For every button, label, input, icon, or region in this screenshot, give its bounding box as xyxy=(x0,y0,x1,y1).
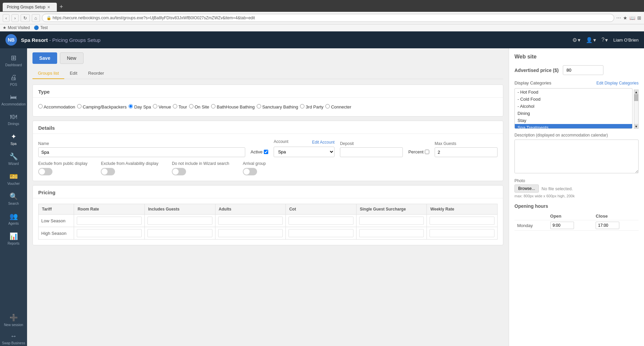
forward-button[interactable]: › xyxy=(12,14,18,22)
type-sanctuary-radio[interactable] xyxy=(257,104,261,108)
help-button[interactable]: ? ▾ xyxy=(601,37,608,43)
edit-account-link[interactable]: Edit Account xyxy=(312,140,335,145)
save-button[interactable]: Save xyxy=(32,52,57,64)
new-tab-button[interactable]: + xyxy=(57,2,66,12)
single-surcharge-low-input[interactable] xyxy=(359,217,424,225)
bookmark-star-icon[interactable]: ★ xyxy=(623,15,627,21)
browser-tab[interactable]: Pricing Groups Setup × xyxy=(3,3,57,11)
tab-close-icon[interactable]: × xyxy=(47,4,50,10)
sidebar-item-dinings[interactable]: 🍽 Dinings xyxy=(0,110,27,128)
type-connecter-radio[interactable] xyxy=(325,104,330,108)
toggle-arrival-group-label: Arrival group xyxy=(243,161,266,166)
home-button[interactable]: ⌂ xyxy=(32,14,40,22)
tab-groups-list[interactable]: Groups list xyxy=(32,68,64,79)
edit-display-categories-link[interactable]: Edit Display Categories xyxy=(596,81,639,85)
name-label: Name xyxy=(38,141,245,146)
active-checkbox[interactable] xyxy=(264,150,268,154)
cot-low-input[interactable] xyxy=(289,217,353,225)
sidebar-item-pos[interactable]: 🖨 POS xyxy=(0,71,27,89)
cat-hot-food[interactable]: - Hot Food xyxy=(515,89,632,96)
room-rate-high-input[interactable] xyxy=(77,229,142,237)
type-tour-radio[interactable] xyxy=(173,104,177,108)
type-camping-label[interactable]: Camping/Backpackers xyxy=(77,104,127,109)
type-day-spa-radio[interactable] xyxy=(129,104,133,108)
refresh-button[interactable]: ↻ xyxy=(21,14,30,22)
type-bathhouse-label[interactable]: BathHouse Bathing xyxy=(211,104,255,109)
listbox-scroll-up[interactable]: ▲ xyxy=(634,90,639,94)
type-venue-radio[interactable] xyxy=(153,104,157,108)
cat-spa-treatments[interactable]: Spa Treatments xyxy=(515,124,632,129)
extensions-icon[interactable]: ⋯ xyxy=(616,15,621,21)
right-panel: Web site Advertised price ($) Display Ca… xyxy=(509,48,644,346)
percent-label[interactable]: Percent xyxy=(408,149,429,154)
sidebar-item-voucher[interactable]: 🎫 Voucher xyxy=(0,170,27,188)
listbox-scroll-down[interactable]: ▼ xyxy=(634,124,639,129)
category-listbox[interactable]: - Hot Food - Cold Food - Alcohol Dining … xyxy=(514,88,632,129)
type-connecter-label[interactable]: Connecter xyxy=(325,104,351,109)
browse-button[interactable]: Browse... xyxy=(514,184,539,193)
adults-high-input[interactable] xyxy=(218,229,283,237)
sidebar-item-new-session[interactable]: ➕ New session xyxy=(1,311,26,329)
cot-high-input[interactable] xyxy=(289,229,353,237)
sidebar-item-agents[interactable]: 👥 Agents xyxy=(0,209,27,228)
cat-cold-food[interactable]: - Cold Food xyxy=(515,96,632,103)
sidebar-item-dashboard[interactable]: ⊞ Dashboard xyxy=(0,51,27,70)
description-textarea[interactable] xyxy=(514,140,639,173)
type-venue-label[interactable]: Venue xyxy=(153,104,171,109)
weekly-rate-high-input[interactable] xyxy=(430,229,495,237)
sidebar-item-reports[interactable]: 📊 Reports xyxy=(0,229,27,248)
toggle-no-wizard-switch[interactable] xyxy=(172,168,186,175)
type-tour-label[interactable]: Tour xyxy=(173,104,187,109)
address-bar[interactable]: 🔒 https://secure.netbookings.com.au/test… xyxy=(42,14,614,22)
type-onsite-label[interactable]: On Site xyxy=(189,104,209,109)
tab-reorder[interactable]: Reorder xyxy=(83,68,110,79)
new-button[interactable]: New xyxy=(60,52,84,64)
user-button[interactable]: 👤 ▾ xyxy=(586,37,596,43)
type-bathhouse-radio[interactable] xyxy=(211,104,215,108)
sidebar-item-swap-business[interactable]: ↔ Swap Business xyxy=(1,329,26,346)
cat-dining[interactable]: Dining xyxy=(515,110,632,117)
settings-button[interactable]: ⚙ ▾ xyxy=(572,37,580,43)
back-button[interactable]: ‹ xyxy=(3,14,9,22)
weekly-rate-low-input[interactable] xyxy=(430,217,495,225)
cat-alcohol[interactable]: - Alcohol xyxy=(515,103,632,110)
toggle-exclude-public-switch[interactable] xyxy=(38,168,52,175)
percent-checkbox[interactable] xyxy=(425,150,429,154)
oh-monday-open-input[interactable] xyxy=(550,222,574,229)
reader-icon[interactable]: 📖 xyxy=(629,15,635,21)
weekly-rate-low-input-cell xyxy=(427,215,498,227)
adults-low-input[interactable] xyxy=(218,217,283,225)
account-select[interactable]: Spa xyxy=(274,147,335,157)
cat-stay[interactable]: Stay xyxy=(515,117,632,124)
browser-toolbar-icons: ⋯ ★ 📖 ⊞ xyxy=(616,15,641,21)
type-camping-radio[interactable] xyxy=(77,104,82,108)
bookmark-most-visited[interactable]: ★ Most Visited xyxy=(3,25,30,30)
deposit-input[interactable] xyxy=(340,147,403,157)
advertised-price-input[interactable] xyxy=(563,65,603,75)
type-onsite-radio[interactable] xyxy=(189,104,193,108)
single-surcharge-high-input[interactable] xyxy=(359,229,424,237)
type-3rdparty-radio[interactable] xyxy=(300,104,304,108)
sidebar-item-accommodation[interactable]: 🛏 Accommodation xyxy=(0,91,27,109)
type-accommodation-radio[interactable] xyxy=(38,104,43,108)
toggle-arrival-group-switch[interactable] xyxy=(243,168,257,175)
bookmark-test[interactable]: 🔵 Test xyxy=(34,25,48,30)
includes-guests-low-input[interactable] xyxy=(147,217,212,225)
active-label[interactable]: Active xyxy=(251,149,268,154)
room-rate-low-input[interactable] xyxy=(77,217,142,225)
type-3rdparty-label[interactable]: 3rd Party xyxy=(300,104,323,109)
type-accommodation-label[interactable]: Accommodation xyxy=(38,104,75,109)
type-day-spa-label[interactable]: Day Spa xyxy=(129,104,151,109)
sidebar-toggle-icon[interactable]: ⊞ xyxy=(637,15,641,21)
type-sanctuary-label[interactable]: Sanctuary Bathing xyxy=(257,104,298,109)
sidebar-item-wizard[interactable]: 🔧 Wizard xyxy=(0,150,27,168)
name-input[interactable] xyxy=(38,147,245,157)
browser-toolbar: ‹ › ↻ ⌂ 🔒 https://secure.netbookings.com… xyxy=(0,12,644,24)
toggle-exclude-availability-switch[interactable] xyxy=(101,168,115,175)
sidebar-item-search[interactable]: 🔍 Search xyxy=(0,190,27,208)
sidebar-item-spa[interactable]: ✦ Spa xyxy=(0,130,27,148)
max-guests-input[interactable] xyxy=(435,147,498,157)
oh-monday-close-input[interactable] xyxy=(596,222,619,229)
includes-guests-high-input[interactable] xyxy=(147,229,212,237)
tab-edit[interactable]: Edit xyxy=(64,68,83,79)
